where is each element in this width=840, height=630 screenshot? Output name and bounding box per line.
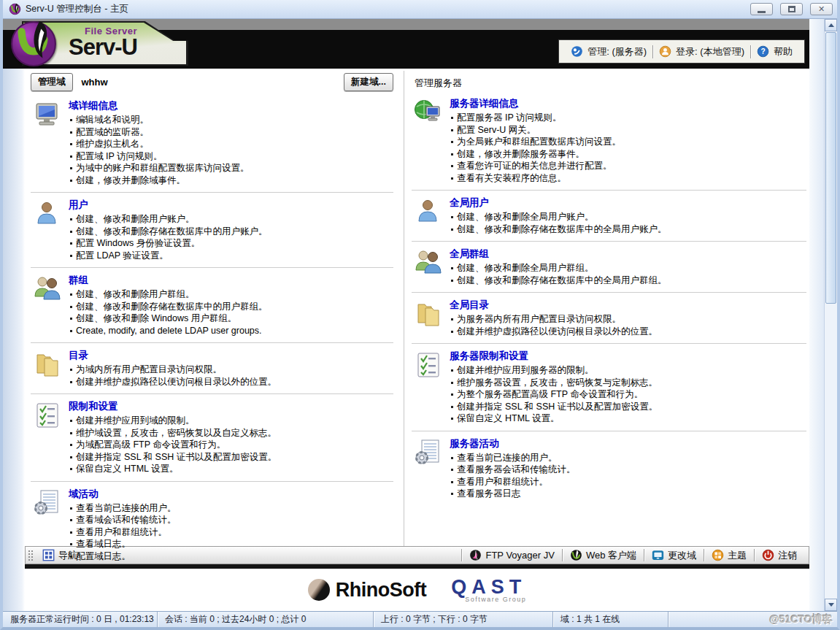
web-client-label: Web 客户端 [586, 549, 636, 562]
server-panel: 管理服务器 服务器详细信息 配置服务器 IP 访问规则。配置 Serv-U 网关… [404, 71, 806, 546]
section-title-link[interactable]: 服务器详细信息 [450, 97, 519, 110]
manage-domain-button[interactable]: 管理域 [31, 73, 73, 91]
status-bar: 服务器正常运行时间 : 0 日 , 01:23:13 会话 : 当前 0 ; 过… [3, 611, 837, 627]
status-spacer [668, 612, 762, 627]
watermark: @51CTO博客 [762, 612, 837, 627]
themes-button[interactable]: 主题 [706, 549, 752, 562]
section-title-link[interactable]: 用户 [69, 199, 88, 211]
toolbar-grip-handle[interactable] [28, 550, 33, 561]
header-action-strip: 管理: (服务器) 登录: (本地管理) ? 帮助 [558, 39, 805, 64]
section-title-link[interactable]: 域活动 [69, 488, 99, 500]
title-bar: Serv-U 管理控制台 - 主页 ✕ [3, 0, 837, 19]
section-bullet-list: 创建并维护应用到服务器的限制。维护服务器设置，反攻击，密码恢复与定制标志。为整个… [450, 364, 806, 425]
section-title-link[interactable]: 服务器限制和设置 [450, 350, 528, 362]
close-icon: ✕ [818, 5, 825, 13]
minimize-button[interactable] [750, 3, 773, 15]
maximize-icon [788, 6, 795, 12]
web-client-button[interactable]: Web 客户端 [564, 549, 642, 562]
section-bullet: 创建并指定 SSL 和 SSH 证书以及配置加密设置。 [450, 401, 806, 413]
scroll-down-button[interactable] [825, 599, 837, 611]
server-sections: 服务器详细信息 配置服务器 IP 访问规则。配置 Serv-U 网关。为全局账户… [412, 91, 806, 506]
scrollbar-track[interactable] [825, 304, 837, 599]
svg-text:?: ? [760, 47, 765, 55]
section-bullet-list: 配置服务器 IP 访问规则。配置 Serv-U 网关。为全局账户和群组配置数据库… [450, 112, 806, 184]
change-domain-icon [652, 549, 664, 561]
help-button[interactable]: ? 帮助 [751, 45, 798, 58]
ftp-voyager-label: FTP Voyager JV [485, 550, 554, 561]
arrow-down-icon [828, 603, 834, 607]
section-title-link[interactable]: 全局目录 [450, 299, 489, 311]
maximize-button[interactable] [780, 3, 803, 15]
minimize-icon [758, 11, 766, 13]
person-icon[interactable] [32, 199, 63, 228]
vertical-scrollbar[interactable] [824, 19, 837, 611]
section-bullet: 创建，修改并删除域事件。 [69, 174, 393, 187]
section-bullet: 创建、修改和删除存储在数据库中的用户账户。 [69, 226, 393, 238]
section-title-link[interactable]: 域详细信息 [69, 99, 118, 112]
section-title-link[interactable]: 全局用户 [450, 196, 489, 209]
feature-section: 群组 创建、修改和删除用户群组。创建、修改和删除存储在数据库中的用户群组。创建、… [31, 267, 393, 342]
section-title-link[interactable]: 服务器活动 [450, 437, 499, 450]
toolbar-separator [704, 549, 704, 561]
arrow-up-icon [828, 23, 834, 27]
logo-servu-text: Serv-U [69, 37, 137, 58]
feature-section: 服务器活动 查看当前已连接的用户。查看服务器会话和传输统计。查看用户和群组统计。… [412, 431, 806, 506]
section-bullet: 配置域的监听器。 [69, 126, 393, 139]
section-bullet-list: 创建、修改和删除全局用户群组。创建、修改和删除存储在数据库中的全局用户群组。 [450, 262, 806, 286]
section-bullet: 为全局账户和群组配置数据库访问设置。 [450, 136, 806, 148]
section-bullet: 维护域设置，反攻击，密码恢复以及自定义标志。 [69, 427, 393, 439]
themes-label: 主题 [728, 549, 747, 562]
activity-icon[interactable] [32, 488, 63, 518]
status-uptime: 服务器正常运行时间 : 0 日 , 01:23:13 [3, 612, 158, 627]
person-icon[interactable] [413, 197, 444, 226]
section-bullet: 创建、修改和删除用户群组。 [69, 288, 393, 301]
qast-subtitle: Software Group [465, 596, 526, 603]
new-domain-button[interactable]: 新建域... [344, 73, 393, 91]
section-title-link[interactable]: 限制和设置 [69, 400, 118, 412]
rhinosoft-sphere-icon [308, 579, 330, 601]
scroll-up-button[interactable] [825, 19, 837, 31]
feature-section: 目录 为域内所有用户配置目录访问权限。创建并维护虚拟路径以便访问根目录以外的位置… [31, 342, 393, 393]
section-bullet: 创建，修改并删除服务器事件。 [450, 148, 806, 161]
ftp-voyager-button[interactable]: FTP Voyager JV [463, 549, 560, 561]
section-bullet: 保留自定义 HTML 设置。 [69, 463, 393, 475]
checklist-icon[interactable] [32, 401, 63, 430]
folders-icon[interactable] [32, 350, 63, 379]
toolbar-separator [461, 549, 462, 561]
section-bullet: 保留自定义 HTML 设置。 [450, 412, 806, 425]
section-bullet-list: 创建、修改和删除用户账户。创建、修改和删除存储在数据库中的用户账户。配置 Win… [69, 213, 393, 261]
section-bullet: 查看服务器会话和传输统计。 [450, 464, 806, 476]
login-button[interactable]: 登录: (本地管理) [653, 45, 750, 58]
section-title-link[interactable]: 群组 [69, 274, 88, 286]
section-bullet: 创建、修改和删除用户账户。 [69, 213, 393, 226]
section-bullet-list: 创建并维护应用到域的限制。维护域设置，反攻击，密码恢复以及自定义标志。为域配置高… [69, 415, 393, 475]
section-bullet: 配置域 IP 访问规则。 [69, 150, 393, 163]
computer-icon[interactable] [32, 100, 63, 129]
feature-section: 全局目录 为服务器内所有用户配置目录访问权限。创建并维护虚拟路径以便访问根目录以… [412, 292, 806, 343]
close-button[interactable]: ✕ [810, 3, 833, 15]
section-bullet: 编辑域名和说明。 [69, 114, 393, 126]
people-icon[interactable] [32, 274, 63, 304]
brand-footer: RhinoSoft QAST Software Group [25, 569, 809, 611]
activity-icon[interactable] [413, 438, 444, 467]
folders-icon[interactable] [413, 299, 444, 329]
people-icon[interactable] [413, 248, 444, 277]
servu-ball-icon [570, 549, 582, 561]
section-title-link[interactable]: 全局群组 [450, 247, 489, 260]
section-bullet: 创建、修改和删除 Windows 用户群组。 [69, 312, 393, 325]
servu-logo: File Server Serv-U [22, 21, 188, 66]
logout-button[interactable]: 注销 [756, 549, 803, 562]
section-bullet: 创建、修改和删除全局用户账户。 [450, 211, 806, 223]
change-domain-button[interactable]: 更改域 [646, 549, 702, 562]
help-label: 帮助 [774, 45, 793, 58]
globe-computer-icon[interactable] [413, 98, 444, 127]
manage-server-button[interactable]: 管理: (服务器) [565, 45, 652, 58]
section-bullet: 查看您许可证的相关信息并进行配置。 [450, 160, 806, 172]
toolbar-separator [562, 549, 563, 561]
checklist-icon[interactable] [413, 350, 444, 380]
scrollbar-thumb[interactable] [825, 32, 836, 304]
section-title-link[interactable]: 目录 [69, 349, 88, 361]
domain-panel-header: 管理域 whhw 新建域... [31, 71, 393, 93]
section-bullet: 查看当前已连接的用户。 [450, 452, 806, 464]
section-bullet: 配置 LDAP 验证设置。 [69, 250, 393, 262]
